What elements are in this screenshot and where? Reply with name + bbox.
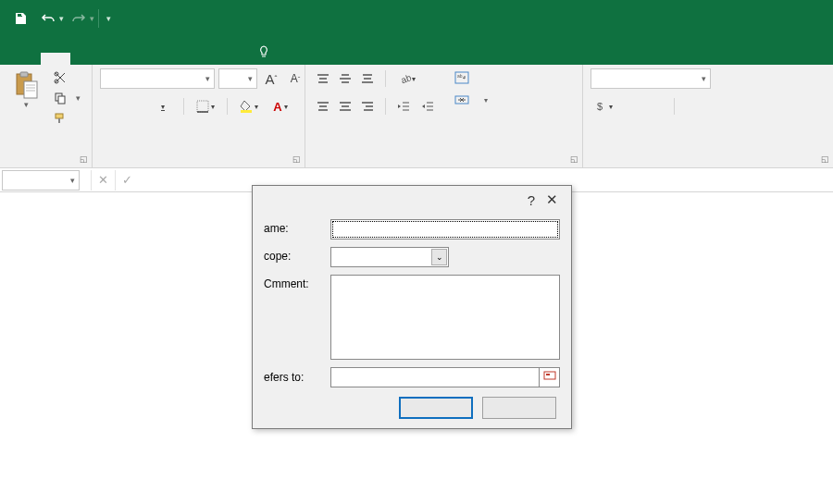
font-name-combo[interactable]: ▾ (100, 68, 215, 89)
tab-review[interactable] (189, 53, 218, 65)
undo-icon (41, 12, 56, 25)
wrap-text-icon: ab (454, 70, 469, 85)
align-right-button[interactable] (357, 97, 378, 116)
align-middle-button[interactable] (335, 69, 355, 88)
comma-button[interactable] (646, 96, 666, 117)
svg-rect-11 (58, 118, 60, 123)
percent-button[interactable] (622, 96, 642, 117)
svg-rect-12 (197, 101, 208, 112)
copy-icon (54, 92, 67, 104)
ribbon: ▾ ▾ ◱ ▾ (0, 65, 833, 168)
range-picker-icon (543, 371, 556, 384)
group-alignment: ab▾ ab (305, 65, 583, 167)
bold-button[interactable] (100, 96, 120, 117)
increase-font-button[interactable]: Aˆ (261, 68, 281, 89)
borders-button[interactable]: ▾ (192, 96, 219, 117)
merge-center-button[interactable]: ▾ (451, 91, 491, 109)
name-field-label: ame: (264, 219, 330, 235)
name-box[interactable]: ▾ (2, 170, 80, 191)
underline-button[interactable]: ▾ (148, 96, 176, 117)
redo-icon (71, 12, 86, 25)
tab-file[interactable] (4, 53, 41, 65)
qat-customize-button[interactable]: ▾ (103, 14, 115, 23)
borders-icon (196, 100, 209, 113)
tab-data[interactable] (159, 53, 189, 65)
scope-field-combo[interactable]: ⌄ (330, 247, 449, 267)
format-painter-icon (54, 112, 67, 125)
comment-field-label: Cmment: (264, 275, 330, 290)
copy-button[interactable]: ▾ (50, 89, 84, 107)
tab-insert[interactable] (70, 53, 100, 65)
decrease-font-button[interactable]: Aˇ (285, 68, 305, 89)
format-painter-button[interactable] (50, 109, 84, 128)
decrease-indent-icon (397, 100, 410, 113)
number-launcher[interactable]: ◱ (821, 154, 829, 164)
increase-indent-icon (421, 100, 434, 113)
fill-color-button[interactable]: ▾ (235, 96, 263, 117)
tab-formulas[interactable] (130, 53, 159, 65)
tab-page-layout[interactable] (100, 53, 130, 65)
increase-indent-button[interactable] (417, 96, 438, 117)
name-field-input[interactable] (330, 219, 560, 240)
alignment-launcher[interactable]: ◱ (570, 154, 578, 164)
orientation-button[interactable]: ab▾ (393, 68, 421, 89)
quick-access-toolbar: ▾ ▾ ▾ (0, 6, 122, 31)
refers-to-label: efers to: (264, 371, 330, 384)
clipboard-launcher[interactable]: ◱ (80, 154, 88, 164)
dialog-help-button[interactable]: ? (520, 192, 542, 208)
ok-button[interactable] (399, 397, 473, 419)
refers-to-input[interactable] (330, 367, 540, 387)
redo-button[interactable] (66, 6, 92, 31)
align-center-button[interactable] (335, 97, 355, 116)
paste-button[interactable]: ▾ (7, 68, 44, 109)
merge-icon (454, 92, 469, 107)
range-picker-button[interactable] (540, 367, 560, 387)
font-size-combo[interactable]: ▾ (218, 68, 257, 89)
align-left-button[interactable] (313, 97, 333, 116)
cancel-edit-button[interactable]: ✕ (91, 170, 115, 191)
svg-rect-10 (56, 114, 63, 118)
number-format-combo[interactable]: ▾ (591, 68, 711, 89)
confirm-edit-button[interactable]: ✓ (115, 170, 139, 191)
orientation-icon: ab (399, 72, 412, 85)
group-font: ▾ ▾ Aˆ Aˇ ▾ ▾ ▾ A▾ (93, 65, 305, 167)
tab-view[interactable] (218, 53, 248, 65)
font-launcher[interactable]: ◱ (292, 154, 301, 164)
align-bottom-button[interactable] (357, 69, 378, 88)
svg-rect-9 (58, 96, 65, 104)
font-color-button[interactable]: A▾ (267, 96, 294, 117)
svg-rect-2 (24, 81, 37, 98)
italic-button[interactable] (124, 96, 144, 117)
accounting-icon: $ (596, 100, 609, 113)
svg-text:ab: ab (400, 72, 412, 85)
group-number: ▾ $▾ ◱ (583, 65, 833, 167)
cancel-button[interactable] (482, 397, 556, 419)
svg-text:ab: ab (457, 73, 463, 79)
comment-field-input[interactable] (330, 275, 560, 360)
fill-color-icon (240, 100, 253, 113)
lightbulb-icon (257, 45, 270, 58)
save-icon (14, 12, 27, 25)
scope-field-label: cope: (264, 247, 330, 263)
svg-rect-27 (546, 374, 550, 375)
align-top-button[interactable] (313, 69, 333, 88)
new-name-dialog: ? ✕ ame: cope: ⌄ Cmment: efers to: (252, 185, 572, 429)
svg-rect-1 (20, 72, 28, 77)
wrap-text-button[interactable]: ab (451, 68, 491, 87)
decrease-decimal-button[interactable] (710, 96, 734, 117)
svg-rect-14 (241, 110, 252, 113)
title-bar: ▾ ▾ ▾ (0, 0, 833, 37)
scissors-icon (54, 71, 67, 84)
ribbon-tabs (0, 37, 833, 65)
decrease-indent-button[interactable] (393, 96, 414, 117)
increase-decimal-button[interactable] (682, 96, 706, 117)
undo-button[interactable] (35, 6, 61, 31)
cut-button[interactable] (50, 68, 84, 87)
paste-icon (13, 70, 39, 100)
save-button[interactable] (7, 6, 33, 31)
tab-home[interactable] (41, 53, 70, 65)
tell-me[interactable] (248, 40, 285, 65)
group-clipboard: ▾ ▾ ◱ (0, 65, 93, 167)
dialog-close-button[interactable]: ✕ (542, 191, 562, 208)
accounting-format-button[interactable]: $▾ (591, 96, 618, 117)
